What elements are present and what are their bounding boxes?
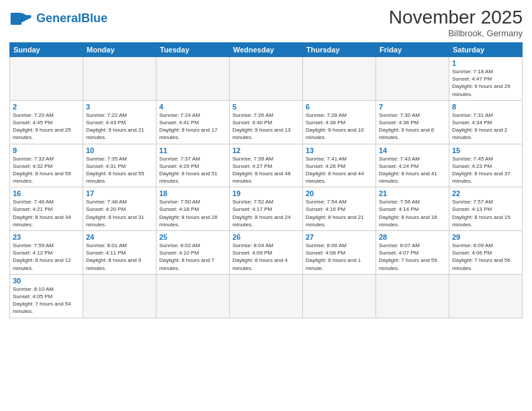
day-number: 1 [452,59,519,67]
calendar-cell: 10Sunrise: 7:35 AMSunset: 4:31 PMDayligh… [83,144,157,187]
day-number: 11 [159,146,226,154]
calendar-cell: 26Sunrise: 8:04 AMSunset: 4:09 PMDayligh… [230,231,303,275]
calendar-cell [83,274,157,318]
weekday-header-friday: Friday [376,43,449,57]
day-info: Sunrise: 7:52 AMSunset: 4:17 PMDaylight:… [232,198,300,228]
logo-text: GeneralBlue [36,12,107,26]
calendar-cell [10,57,83,101]
day-info: Sunrise: 7:39 AMSunset: 4:27 PMDaylight:… [232,155,300,185]
day-number: 30 [13,277,80,285]
day-info: Sunrise: 7:46 AMSunset: 4:21 PMDaylight:… [13,198,80,228]
calendar-cell: 28Sunrise: 8:07 AMSunset: 4:07 PMDayligh… [376,231,449,275]
weekday-header-monday: Monday [83,43,157,57]
day-info: Sunrise: 7:18 AMSunset: 4:47 PMDaylight:… [452,68,519,98]
day-number: 27 [306,233,373,241]
calendar-cell: 14Sunrise: 7:43 AMSunset: 4:24 PMDayligh… [376,144,449,187]
day-number: 16 [13,189,80,197]
calendar-cell: 2Sunrise: 7:20 AMSunset: 4:45 PMDaylight… [10,100,83,144]
week-row-6: 30Sunrise: 8:10 AMSunset: 4:05 PMDayligh… [10,274,523,318]
day-info: Sunrise: 7:48 AMSunset: 4:20 PMDaylight:… [86,198,153,228]
calendar-cell: 23Sunrise: 7:59 AMSunset: 4:12 PMDayligh… [10,231,83,275]
week-row-2: 2Sunrise: 7:20 AMSunset: 4:45 PMDaylight… [10,100,523,144]
day-info: Sunrise: 8:04 AMSunset: 4:09 PMDaylight:… [232,242,300,272]
day-info: Sunrise: 7:26 AMSunset: 4:40 PMDaylight:… [232,111,300,142]
day-number: 28 [379,233,446,241]
calendar-cell: 29Sunrise: 8:09 AMSunset: 4:06 PMDayligh… [449,231,523,275]
calendar-cell: 27Sunrise: 8:06 AMSunset: 4:08 PMDayligh… [303,231,376,275]
calendar-cell: 12Sunrise: 7:39 AMSunset: 4:27 PMDayligh… [230,144,303,187]
day-number: 22 [452,189,519,197]
day-info: Sunrise: 7:31 AMSunset: 4:34 PMDaylight:… [452,111,519,142]
calendar-cell: 6Sunrise: 7:28 AMSunset: 4:38 PMDaylight… [303,100,376,144]
month-title: November 2025 [389,7,523,28]
calendar-cell: 22Sunrise: 7:57 AMSunset: 4:13 PMDayligh… [449,187,523,231]
day-number: 5 [232,103,300,111]
calendar-cell: 11Sunrise: 7:37 AMSunset: 4:29 PMDayligh… [157,144,230,187]
calendar-cell: 3Sunrise: 7:22 AMSunset: 4:43 PMDaylight… [83,100,157,144]
day-info: Sunrise: 7:20 AMSunset: 4:45 PMDaylight:… [13,111,80,142]
calendar-cell: 25Sunrise: 8:02 AMSunset: 4:10 PMDayligh… [157,231,230,275]
day-number: 24 [86,233,153,241]
logo: GeneralBlue [9,7,107,31]
calendar-cell [376,274,449,318]
day-number: 15 [452,146,519,154]
day-number: 9 [13,146,80,154]
weekday-header-row: SundayMondayTuesdayWednesdayThursdayFrid… [10,43,523,57]
calendar-cell [157,274,230,318]
day-number: 10 [86,146,153,154]
weekday-header-wednesday: Wednesday [230,43,303,57]
day-number: 26 [232,233,300,241]
day-info: Sunrise: 7:30 AMSunset: 4:36 PMDaylight:… [379,111,446,142]
calendar-cell: 20Sunrise: 7:54 AMSunset: 4:16 PMDayligh… [303,187,376,231]
calendar-cell [376,57,449,101]
calendar-cell: 9Sunrise: 7:33 AMSunset: 4:32 PMDaylight… [10,144,83,187]
calendar-cell [157,57,230,101]
calendar-cell: 19Sunrise: 7:52 AMSunset: 4:17 PMDayligh… [230,187,303,231]
day-info: Sunrise: 7:43 AMSunset: 4:24 PMDaylight:… [379,155,446,185]
page: GeneralBlue November 2025 Billbrook, Ger… [0,0,532,411]
calendar-cell: 7Sunrise: 7:30 AMSunset: 4:36 PMDaylight… [376,100,449,144]
calendar-cell [230,57,303,101]
day-info: Sunrise: 7:54 AMSunset: 4:16 PMDaylight:… [306,198,373,228]
day-info: Sunrise: 7:56 AMSunset: 4:14 PMDaylight:… [379,198,446,228]
day-info: Sunrise: 7:33 AMSunset: 4:32 PMDaylight:… [13,155,80,185]
svg-rect-0 [11,13,21,25]
day-number: 7 [379,103,446,111]
day-info: Sunrise: 7:37 AMSunset: 4:29 PMDaylight:… [159,155,226,185]
day-number: 13 [306,146,373,154]
location-subtitle: Billbrook, Germany [389,28,523,38]
calendar-cell: 16Sunrise: 7:46 AMSunset: 4:21 PMDayligh… [10,187,83,231]
calendar-cell: 21Sunrise: 7:56 AMSunset: 4:14 PMDayligh… [376,187,449,231]
day-number: 2 [13,103,80,111]
day-info: Sunrise: 8:09 AMSunset: 4:06 PMDaylight:… [452,242,519,272]
calendar-cell: 24Sunrise: 8:01 AMSunset: 4:11 PMDayligh… [83,231,157,275]
weekday-header-thursday: Thursday [303,43,376,57]
calendar-cell: 13Sunrise: 7:41 AMSunset: 4:26 PMDayligh… [303,144,376,187]
day-number: 18 [159,189,226,197]
weekday-header-sunday: Sunday [10,43,83,57]
logo-icon [9,7,34,31]
weekday-header-tuesday: Tuesday [157,43,230,57]
calendar-cell: 8Sunrise: 7:31 AMSunset: 4:34 PMDaylight… [449,100,523,144]
day-info: Sunrise: 7:59 AMSunset: 4:12 PMDaylight:… [13,242,80,272]
calendar-cell: 5Sunrise: 7:26 AMSunset: 4:40 PMDaylight… [230,100,303,144]
day-number: 17 [86,189,153,197]
day-number: 29 [452,233,519,241]
week-row-3: 9Sunrise: 7:33 AMSunset: 4:32 PMDaylight… [10,144,523,187]
week-row-5: 23Sunrise: 7:59 AMSunset: 4:12 PMDayligh… [10,231,523,275]
day-number: 25 [159,233,226,241]
calendar-cell: 17Sunrise: 7:48 AMSunset: 4:20 PMDayligh… [83,187,157,231]
day-number: 3 [86,103,153,111]
calendar-cell [230,274,303,318]
logo-blue: Blue [81,11,107,25]
day-info: Sunrise: 7:28 AMSunset: 4:38 PMDaylight:… [306,111,373,142]
day-number: 6 [306,103,373,111]
calendar-cell: 1Sunrise: 7:18 AMSunset: 4:47 PMDaylight… [449,57,523,101]
svg-rect-2 [21,15,31,18]
calendar: SundayMondayTuesdayWednesdayThursdayFrid… [9,42,523,318]
calendar-cell [83,57,157,101]
logo-general: General [36,11,81,25]
day-info: Sunrise: 7:22 AMSunset: 4:43 PMDaylight:… [86,111,153,142]
day-number: 12 [232,146,300,154]
day-info: Sunrise: 8:10 AMSunset: 4:05 PMDaylight:… [13,285,80,316]
